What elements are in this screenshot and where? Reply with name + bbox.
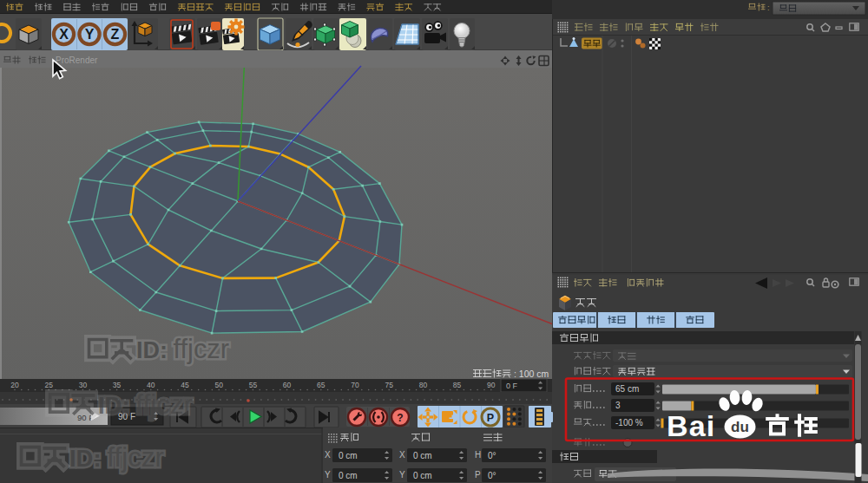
svg-text:35: 35 xyxy=(113,381,122,389)
svg-text:ffjczr: ffjczr xyxy=(107,442,164,473)
svg-text:0 F: 0 F xyxy=(506,382,518,390)
svg-text:du: du xyxy=(731,419,749,435)
svg-text:80: 80 xyxy=(419,381,428,389)
svg-text:25: 25 xyxy=(44,381,53,389)
svg-text:: 100 cm: : 100 cm xyxy=(514,369,549,379)
svg-text:X: X xyxy=(399,450,405,460)
svg-text:ffjczr: ffjczr xyxy=(174,334,229,364)
svg-text:40: 40 xyxy=(147,381,155,389)
svg-text:H: H xyxy=(475,450,481,460)
svg-text:P: P xyxy=(475,470,481,480)
svg-text:ID:: ID: xyxy=(136,337,168,363)
svg-text:90: 90 xyxy=(487,381,496,389)
svg-text:Y: Y xyxy=(325,470,331,480)
svg-text:X: X xyxy=(325,450,331,460)
svg-text:0 cm: 0 cm xyxy=(339,471,358,480)
svg-text:45: 45 xyxy=(181,381,189,389)
svg-text:60: 60 xyxy=(283,381,292,389)
svg-text:0 cm: 0 cm xyxy=(339,451,358,460)
svg-text:85: 85 xyxy=(453,381,462,389)
svg-text:0°: 0° xyxy=(488,471,496,480)
svg-text:20: 20 xyxy=(10,381,19,389)
svg-text:ID:: ID: xyxy=(98,392,130,419)
svg-text:P: P xyxy=(487,412,494,424)
svg-text:Y: Y xyxy=(85,27,95,42)
svg-text:0 cm: 0 cm xyxy=(413,471,432,480)
svg-text:-100 %: -100 % xyxy=(615,418,643,428)
svg-text:65: 65 xyxy=(317,381,326,389)
svg-text:ffjczr: ffjczr xyxy=(135,389,193,420)
svg-text:0°: 0° xyxy=(488,451,496,460)
svg-text::: : xyxy=(767,3,770,12)
svg-text:55: 55 xyxy=(249,381,258,389)
svg-text:?: ? xyxy=(397,412,403,424)
svg-text:50: 50 xyxy=(214,381,223,389)
svg-text:X: X xyxy=(59,27,69,42)
svg-text:70: 70 xyxy=(351,381,359,389)
svg-text:Z: Z xyxy=(111,27,120,42)
svg-text:ProRender: ProRender xyxy=(56,55,98,65)
svg-text:Bai: Bai xyxy=(667,409,716,442)
svg-text:3: 3 xyxy=(615,401,621,410)
svg-text:ID:: ID: xyxy=(69,445,102,472)
svg-text:30: 30 xyxy=(79,381,88,389)
svg-text:65 cm: 65 cm xyxy=(615,384,639,394)
svg-text:75: 75 xyxy=(385,381,393,389)
svg-text:Y: Y xyxy=(399,470,405,480)
svg-text:0 cm: 0 cm xyxy=(413,451,432,460)
